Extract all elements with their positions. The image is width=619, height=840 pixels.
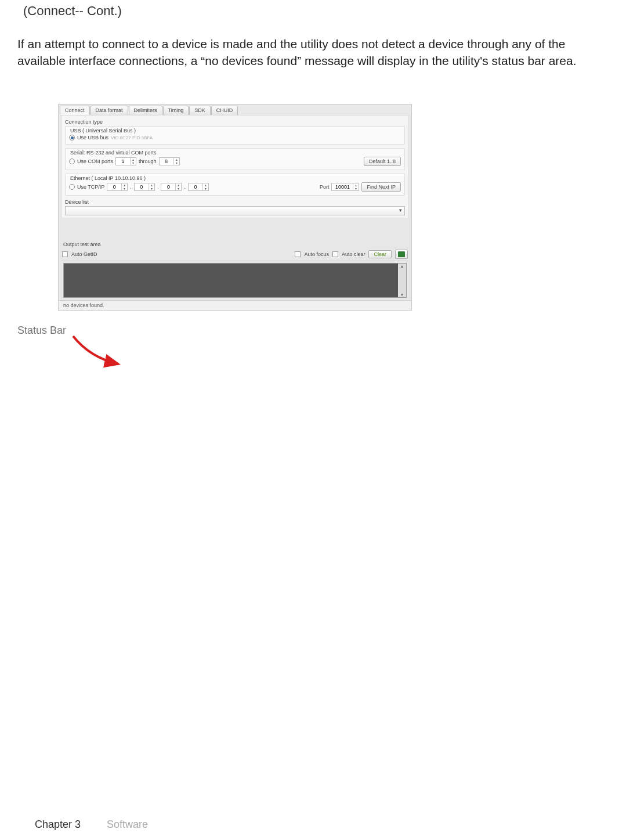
connection-type-label: Connection type [65,119,405,125]
tab-bar: Connect Data format Delimiters Timing SD… [59,104,411,115]
usb-radio[interactable] [69,135,75,140]
com-to-input[interactable] [160,158,173,164]
run-icon-button[interactable] [395,250,408,259]
output-title: Output test area [63,241,407,247]
auto-getid-label: Auto GetID [71,251,97,257]
status-bar: no devices found. [59,300,411,310]
output-textarea[interactable]: ▴ ▾ [63,263,407,298]
usb-radio-label: Use USB bus [77,135,108,140]
scroll-down-icon[interactable]: ▾ [398,292,406,297]
through-label: through [139,158,157,164]
tab-delimiters[interactable]: Delimiters [129,106,162,115]
usb-hint: VID 0C27 PID 3BFA [111,135,153,140]
ip-octet-2[interactable]: ▴▾ [134,183,155,191]
port-input[interactable] [332,184,353,190]
auto-focus-checkbox[interactable] [295,251,301,257]
port-spinner[interactable]: ▴▾ [331,183,359,191]
tcpip-radio-label: Use TCP/IP [77,184,104,190]
tab-connect[interactable]: Connect [60,106,90,115]
scroll-up-icon[interactable]: ▴ [398,264,406,269]
com-from-spinner[interactable]: ▴▾ [115,157,136,165]
output-area: Output test area Auto GetID Auto focus A… [61,241,409,298]
serial-legend: Serial: RS-232 and virtual COM ports [69,150,401,156]
port-label: Port [320,184,330,190]
utility-window: Connect Data format Delimiters Timing SD… [58,104,412,311]
auto-focus-label: Auto focus [304,251,329,257]
tcpip-radio[interactable] [69,184,75,190]
serial-radio-label: Use COM ports [77,158,113,164]
output-scrollbar[interactable]: ▴ ▾ [398,264,406,297]
ip-octet-3[interactable]: ▴▾ [161,183,182,191]
tab-data-format[interactable]: Data format [91,106,128,115]
auto-clear-checkbox[interactable] [332,251,338,257]
status-text: no devices found. [63,302,104,308]
callout-arrow-icon [72,335,124,370]
com-from-input[interactable] [116,158,130,164]
footer-chapter: Chapter 3 [35,819,81,830]
device-list-label: Device list [65,199,405,205]
device-list-combo[interactable] [65,206,405,215]
clear-button[interactable]: Clear [368,250,392,258]
ip-dot-3: . [184,184,186,190]
tab-chuid[interactable]: CHUID [211,106,238,115]
footer-title: Software [107,819,148,830]
page-footer: Chapter 3 Software [35,819,148,831]
run-icon [398,251,405,257]
serial-radio[interactable] [69,158,75,164]
heading-line1: (Connect-- Cont.) [23,3,122,18]
auto-getid-checkbox[interactable] [62,251,68,257]
ethernet-fieldset: Ethernet ( Local IP 10.10.10.96 ) Use TC… [65,174,405,196]
status-bar-callout: Status Bar [17,325,66,337]
find-next-ip-button[interactable]: Find Next IP [361,182,401,192]
com-to-spinner[interactable]: ▴▾ [159,157,180,165]
auto-clear-label: Auto clear [342,251,365,257]
body-paragraph: If an attempt to connect to a device is … [17,36,602,69]
usb-legend: USB ( Universal Serial Bus ) [69,128,401,134]
ip-octet-1[interactable]: ▴▾ [107,183,128,191]
figure: Status Bar Connect Data format Delimiter… [58,104,602,311]
default-com-button[interactable]: Default 1..8 [364,157,401,166]
ethernet-legend: Ethernet ( Local IP 10.10.10.96 ) [69,175,401,181]
ip-dot-2: . [157,184,159,190]
tab-timing[interactable]: Timing [163,106,189,115]
ip-octet-4[interactable]: ▴▾ [188,183,209,191]
usb-fieldset: USB ( Universal Serial Bus ) Use USB bus… [65,126,405,145]
ip-dot-1: . [130,184,132,190]
serial-fieldset: Serial: RS-232 and virtual COM ports Use… [65,148,405,170]
connect-panel: Connection type USB ( Universal Serial B… [61,115,409,218]
tab-sdk[interactable]: SDK [189,106,211,115]
section-heading: (Connect-- Cont.) [23,3,602,19]
